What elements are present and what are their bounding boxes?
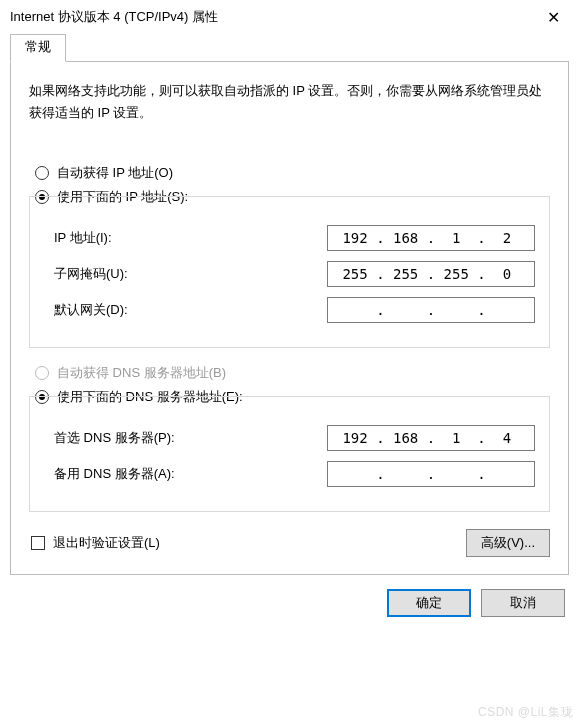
- ip-address-input[interactable]: 192. 168. 1. 2: [327, 225, 535, 251]
- preferred-dns-input[interactable]: 192. 168. 1. 4: [327, 425, 535, 451]
- ip-octet[interactable]: 192: [338, 230, 372, 246]
- ip-octet[interactable]: 1: [439, 430, 473, 446]
- ip-octet[interactable]: 1: [439, 230, 473, 246]
- watermark-text: CSDN @LiL集珑: [478, 704, 573, 721]
- checkbox-icon: [31, 536, 45, 550]
- radio-icon: [35, 366, 49, 380]
- dialog-title: Internet 协议版本 4 (TCP/IPv4) 属性: [10, 8, 218, 26]
- ip-octet[interactable]: 168: [389, 230, 423, 246]
- ip-octet[interactable]: 2: [490, 230, 524, 246]
- ip-auto-option[interactable]: 自动获得 IP 地址(O): [29, 164, 550, 182]
- ip-octet[interactable]: 255: [439, 266, 473, 282]
- ip-octet[interactable]: 192: [338, 430, 372, 446]
- ip-octet[interactable]: 255: [338, 266, 372, 282]
- ip-octet[interactable]: 4: [490, 430, 524, 446]
- ip-octet[interactable]: 255: [389, 266, 423, 282]
- ok-button[interactable]: 确定: [387, 589, 471, 617]
- subnet-mask-label: 子网掩码(U):: [44, 265, 128, 283]
- ip-address-label: IP 地址(I):: [44, 229, 112, 247]
- ip-octet[interactable]: 168: [389, 430, 423, 446]
- alternate-dns-label: 备用 DNS 服务器(A):: [44, 465, 175, 483]
- preferred-dns-label: 首选 DNS 服务器(P):: [44, 429, 175, 447]
- ip-octet[interactable]: 0: [490, 266, 524, 282]
- gateway-input[interactable]: . . .: [327, 297, 535, 323]
- ip-fieldset: IP 地址(I): 192. 168. 1. 2 子网掩码(U): 255. 2…: [29, 196, 550, 348]
- description-text: 如果网络支持此功能，则可以获取自动指派的 IP 设置。否则，你需要从网络系统管理…: [29, 80, 550, 124]
- cancel-button[interactable]: 取消: [481, 589, 565, 617]
- validate-on-exit-checkbox[interactable]: 退出时验证设置(L): [29, 534, 160, 552]
- dns-fieldset: 首选 DNS 服务器(P): 192. 168. 1. 4 备用 DNS 服务器…: [29, 396, 550, 512]
- tab-general[interactable]: 常规: [10, 34, 66, 62]
- ip-auto-label: 自动获得 IP 地址(O): [57, 164, 173, 182]
- dns-auto-label: 自动获得 DNS 服务器地址(B): [57, 364, 226, 382]
- close-icon[interactable]: ✕: [531, 2, 575, 32]
- validate-on-exit-label: 退出时验证设置(L): [53, 534, 160, 552]
- gateway-label: 默认网关(D):: [44, 301, 128, 319]
- dns-auto-option: 自动获得 DNS 服务器地址(B): [29, 364, 550, 382]
- tab-bar: 常规: [10, 34, 569, 62]
- radio-icon: [35, 166, 49, 180]
- advanced-button[interactable]: 高级(V)...: [466, 529, 550, 557]
- general-panel: 如果网络支持此功能，则可以获取自动指派的 IP 设置。否则，你需要从网络系统管理…: [10, 62, 569, 575]
- alternate-dns-input[interactable]: . . .: [327, 461, 535, 487]
- subnet-mask-input[interactable]: 255. 255. 255. 0: [327, 261, 535, 287]
